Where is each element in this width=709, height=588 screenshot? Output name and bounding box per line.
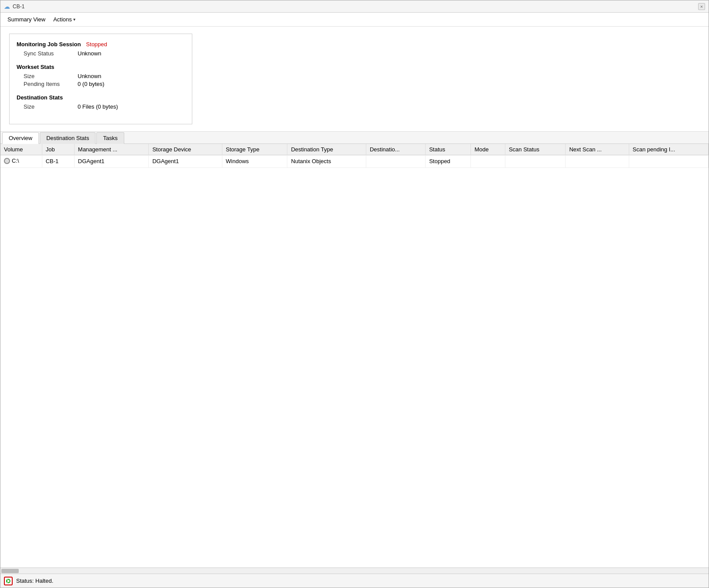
cell-storage-device: DGAgent1 (149, 155, 222, 168)
cell-destination (366, 155, 425, 168)
pending-items-label: Pending Items (17, 81, 78, 87)
content-area: Monitoring Job Session Stopped Sync Stat… (0, 27, 709, 574)
sync-status-label: Sync Status (17, 50, 78, 57)
col-volume: Volume (0, 144, 42, 155)
workset-size-row: Size Unknown (17, 73, 185, 79)
col-destination: Destinatio... (366, 144, 425, 155)
col-scan-pending: Scan pending I... (629, 144, 708, 155)
tab-title: CB-1 (13, 3, 695, 10)
play-icon (7, 579, 10, 583)
actions-menu[interactable]: Actions ▾ (50, 14, 79, 24)
close-button[interactable]: × (698, 3, 705, 10)
tab-destination-stats[interactable]: Destination Stats (40, 132, 95, 144)
workset-stats-title: Workset Stats (17, 64, 185, 70)
col-storage-type: Storage Type (222, 144, 287, 155)
main-window: ☁ CB-1 × Summary View Actions ▾ Monitori… (0, 0, 709, 588)
status-bar: Status: Halted. (0, 574, 709, 588)
col-status: Status (426, 144, 471, 155)
monitoring-job-section: Monitoring Job Session Stopped Sync Stat… (17, 41, 185, 57)
destination-size-row: Size 0 Files (0 bytes) (17, 103, 185, 110)
disk-icon (4, 158, 10, 164)
cell-next-scan (566, 155, 629, 168)
stopped-status-value: Stopped (86, 41, 107, 48)
tabs-bar: Overview Destination Stats Tasks (0, 132, 709, 144)
cloud-icon: ☁ (4, 3, 10, 10)
cell-scan-pending (629, 155, 708, 168)
cell-job: CB-1 (42, 155, 74, 168)
menu-bar: Summary View Actions ▾ (0, 13, 709, 27)
destination-size-label: Size (17, 103, 78, 110)
summary-view-menu[interactable]: Summary View (4, 14, 49, 24)
cell-status: Stopped (426, 155, 471, 168)
destination-stats-title: Destination Stats (17, 94, 185, 101)
sync-status-row: Sync Status Unknown (17, 50, 185, 57)
pending-items-value: 0 (0 bytes) (78, 81, 104, 87)
scrollbar-thumb[interactable] (1, 569, 19, 573)
summary-panel: Monitoring Job Session Stopped Sync Stat… (0, 27, 709, 132)
cell-volume: C:\ (0, 155, 42, 168)
col-scan-status: Scan Status (505, 144, 565, 155)
col-next-scan: Next Scan ... (566, 144, 629, 155)
title-bar: ☁ CB-1 × (0, 0, 709, 13)
pending-items-row: Pending Items 0 (0 bytes) (17, 81, 185, 87)
status-icon-inner (6, 579, 10, 583)
sync-status-value: Unknown (78, 50, 101, 57)
workset-stats-section: Workset Stats Size Unknown Pending Items… (17, 64, 185, 87)
table-header-row: Volume Job Management ... Storage Device… (0, 144, 709, 155)
status-text: Status: Halted. (16, 578, 53, 584)
workset-size-value: Unknown (78, 73, 101, 79)
table-row[interactable]: C:\ CB-1 DGAgent1 DGAgent1 Windows Nutan… (0, 155, 709, 168)
col-mode: Mode (471, 144, 505, 155)
monitoring-job-title: Monitoring Job Session (17, 41, 81, 48)
destination-size-value: 0 Files (0 bytes) (78, 103, 118, 110)
cell-mode (471, 155, 505, 168)
actions-dropdown-arrow: ▾ (73, 17, 75, 22)
workset-size-label: Size (17, 73, 78, 79)
stopped-status-overlay: Stopped (86, 41, 107, 48)
cell-destination-type: Nutanix Objects (287, 155, 366, 168)
summary-left-panel: Monitoring Job Session Stopped Sync Stat… (9, 34, 192, 124)
overview-table: Volume Job Management ... Storage Device… (0, 144, 709, 168)
col-job: Job (42, 144, 74, 155)
cell-scan-status (505, 155, 565, 168)
cell-management: DGAgent1 (74, 155, 149, 168)
cell-storage-type: Windows (222, 155, 287, 168)
destination-stats-section: Destination Stats Size 0 Files (0 bytes) (17, 94, 185, 110)
col-management: Management ... (74, 144, 149, 155)
horizontal-scrollbar[interactable] (0, 567, 709, 574)
tab-tasks[interactable]: Tasks (96, 132, 124, 144)
tab-overview[interactable]: Overview (2, 132, 39, 144)
status-icon (4, 577, 13, 585)
col-destination-type: Destination Type (287, 144, 366, 155)
overview-table-container[interactable]: Volume Job Management ... Storage Device… (0, 144, 709, 567)
col-storage-device: Storage Device (149, 144, 222, 155)
